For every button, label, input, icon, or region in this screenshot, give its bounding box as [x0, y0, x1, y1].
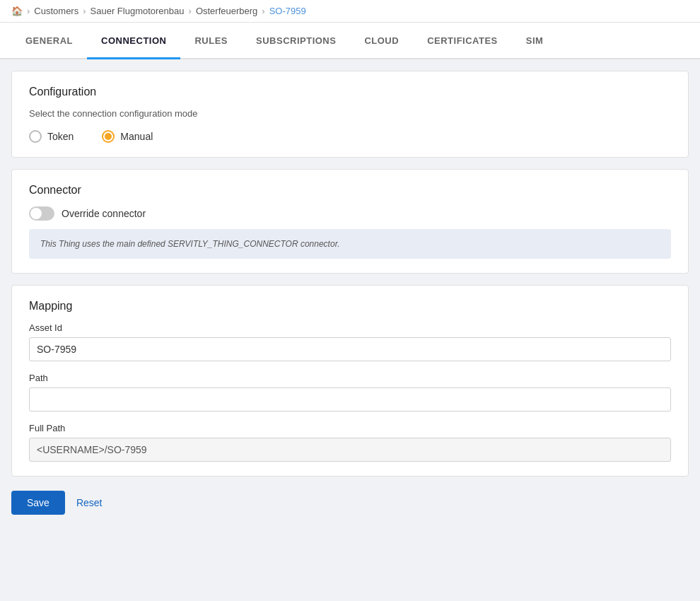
- radio-manual-label: Manual: [120, 131, 153, 142]
- radio-token[interactable]: Token: [29, 130, 74, 143]
- radio-token-label: Token: [47, 131, 74, 142]
- tab-subscriptions[interactable]: SUBSCRIPTIONS: [242, 23, 350, 59]
- breadcrumb-location[interactable]: Osterfeuerberg: [196, 6, 257, 16]
- breadcrumb: 🏠 › Customers › Sauer Flugmotorenbau › O…: [0, 0, 700, 23]
- asset-id-field: Asset Id: [29, 322, 671, 361]
- main-content: Configuration Select the connection conf…: [0, 59, 700, 532]
- override-connector-row: Override connector: [29, 206, 671, 221]
- reset-button[interactable]: Reset: [76, 491, 103, 515]
- configuration-card: Configuration Select the connection conf…: [11, 71, 689, 158]
- full-path-label: Full Path: [29, 423, 671, 433]
- tab-sim[interactable]: SIM: [512, 23, 558, 59]
- tab-general[interactable]: GENERAL: [11, 23, 87, 59]
- configuration-subtitle: Select the connection configuration mode: [29, 108, 671, 119]
- save-button[interactable]: Save: [11, 491, 65, 515]
- connection-mode-group: Token Manual: [29, 130, 671, 143]
- connector-title: Connector: [29, 184, 671, 197]
- radio-token-circle[interactable]: [29, 130, 42, 143]
- tab-certificates[interactable]: CERTIFICATES: [413, 23, 512, 59]
- radio-manual-circle[interactable]: [102, 130, 115, 143]
- breadcrumb-current[interactable]: SO-7959: [269, 6, 306, 16]
- breadcrumb-sep: ›: [27, 6, 30, 16]
- breadcrumb-company[interactable]: Sauer Flugmotorenbau: [91, 6, 185, 16]
- configuration-title: Configuration: [29, 86, 671, 98]
- asset-id-label: Asset Id: [29, 322, 671, 333]
- mapping-card: Mapping Asset Id Path Full Path: [11, 285, 689, 477]
- form-footer: Save Reset: [11, 488, 689, 520]
- path-field: Path: [29, 373, 671, 412]
- path-input[interactable]: [29, 387, 671, 412]
- tab-connection[interactable]: CONNECTION: [87, 23, 180, 59]
- connector-info-box: This Thing uses the main defined SERVITL…: [29, 229, 671, 259]
- full-path-input: [29, 438, 671, 462]
- full-path-field: Full Path: [29, 423, 671, 462]
- radio-manual[interactable]: Manual: [102, 130, 153, 143]
- tab-cloud[interactable]: CLOUD: [350, 23, 413, 59]
- path-label: Path: [29, 373, 671, 383]
- asset-id-input[interactable]: [29, 337, 671, 361]
- mapping-fields: Asset Id Path Full Path: [29, 322, 671, 462]
- connector-card: Connector Override connector This Thing …: [11, 169, 689, 274]
- tab-bar: GENERAL CONNECTION RULES SUBSCRIPTIONS C…: [0, 23, 700, 59]
- override-connector-label: Override connector: [62, 208, 146, 219]
- home-icon[interactable]: 🏠: [11, 6, 23, 16]
- override-connector-toggle[interactable]: [29, 206, 54, 221]
- tab-rules[interactable]: RULES: [180, 23, 242, 59]
- mapping-title: Mapping: [29, 300, 671, 313]
- breadcrumb-customers[interactable]: Customers: [34, 6, 78, 16]
